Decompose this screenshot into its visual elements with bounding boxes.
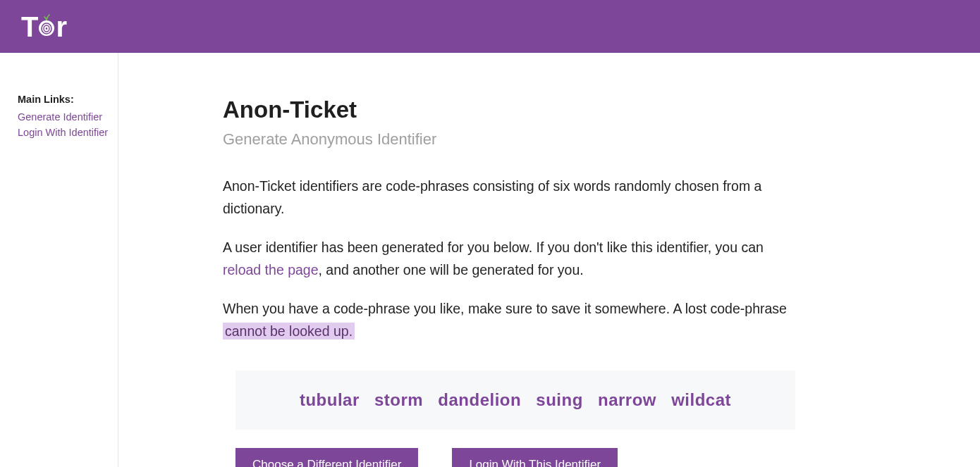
logo-letter-t: T [21,13,37,41]
choose-different-button[interactable]: Choose a Different Identifier [235,448,418,467]
intro-paragraph-2: A user identifier has been generated for… [223,237,795,281]
login-with-identifier-button[interactable]: Login With This Identifier [452,448,618,467]
page-title: Anon-Ticket [223,96,795,123]
sidebar-link-generate[interactable]: Generate Identifier [18,109,118,125]
identifier-words: tubular storm dandelion suing narrow wil… [300,390,731,409]
button-row: Choose a Different Identifier Login With… [235,448,795,467]
p2-text-b: , and another one will be generated for … [319,262,584,278]
warning-highlight: cannot be looked up. [223,323,355,340]
intro-paragraph-3: When you have a code-phrase you like, ma… [223,298,795,342]
header-bar: T r [0,0,980,53]
main-content: Anon-Ticket Generate Anonymous Identifie… [118,53,838,467]
page-subtitle: Generate Anonymous Identifier [223,130,795,149]
sidebar: Main Links: Generate Identifier Login Wi… [0,53,118,467]
p2-text-a: A user identifier has been generated for… [223,239,764,255]
identifier-box: tubular storm dandelion suing narrow wil… [235,371,795,430]
p3-text-a: When you have a code-phrase you like, ma… [223,301,787,316]
tor-logo: T r [21,13,66,41]
intro-paragraph-1: Anon-Ticket identifiers are code-phrases… [223,175,795,220]
reload-page-link[interactable]: reload the page [223,262,319,278]
svg-point-4 [46,27,48,29]
sidebar-heading: Main Links: [18,94,118,105]
logo-letter-r: r [56,13,66,41]
onion-icon [38,14,55,37]
sidebar-link-login[interactable]: Login With Identifier [18,125,118,140]
